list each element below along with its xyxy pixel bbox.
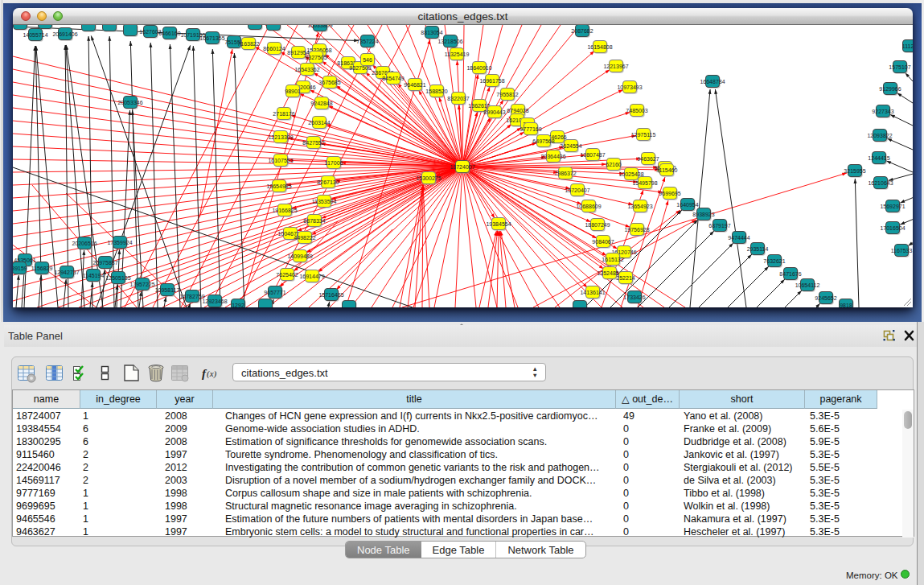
svg-text:12213309: 12213309 bbox=[268, 134, 293, 140]
svg-text:8938923: 8938923 bbox=[692, 212, 714, 217]
svg-text:7485003: 7485003 bbox=[626, 108, 647, 113]
svg-text:1362615: 1362615 bbox=[468, 103, 490, 109]
svg-text:7955812: 7955812 bbox=[496, 92, 518, 97]
svg-text:9657771: 9657771 bbox=[264, 290, 285, 295]
svg-text:6879197: 6879197 bbox=[708, 223, 730, 229]
svg-text:7357224: 7357224 bbox=[356, 39, 378, 44]
svg-text:12975115: 12975115 bbox=[631, 132, 656, 138]
svg-text:3675685: 3675685 bbox=[318, 80, 340, 85]
svg-text:9463627: 9463627 bbox=[637, 156, 659, 162]
svg-text:12213967: 12213967 bbox=[603, 64, 628, 69]
svg-text:14099489: 14099489 bbox=[287, 253, 312, 259]
svg-text:8267130: 8267130 bbox=[317, 179, 339, 185]
svg-text:7163822: 7163822 bbox=[237, 41, 259, 47]
svg-text:10973493: 10973493 bbox=[617, 84, 642, 90]
svg-text:18640910: 18640910 bbox=[466, 65, 491, 71]
svg-text:11125: 11125 bbox=[902, 43, 913, 49]
svg-text:10688609: 10688609 bbox=[576, 204, 601, 209]
svg-text:8454749: 8454749 bbox=[382, 76, 404, 81]
svg-text:15692971: 15692971 bbox=[880, 204, 905, 209]
svg-text:12942737: 12942737 bbox=[54, 270, 79, 275]
svg-text:2603144: 2603144 bbox=[308, 120, 330, 126]
svg-text:20975887: 20975887 bbox=[92, 260, 117, 266]
svg-text:9818: 9818 bbox=[840, 303, 852, 308]
svg-text:11325419: 11325419 bbox=[445, 51, 470, 57]
svg-text:8322037: 8322037 bbox=[447, 96, 469, 101]
svg-text:4498222: 4498222 bbox=[294, 235, 315, 241]
svg-text:11353594: 11353594 bbox=[312, 199, 337, 204]
svg-text:7986372: 7986372 bbox=[554, 171, 576, 176]
svg-text:9245652: 9245652 bbox=[815, 295, 836, 301]
svg-text:1575107: 1575107 bbox=[889, 64, 910, 70]
svg-text:20364436: 20364436 bbox=[540, 154, 565, 159]
svg-text:12093822: 12093822 bbox=[867, 133, 892, 138]
svg-text:10654112: 10654112 bbox=[795, 282, 820, 288]
svg-text:2087682: 2087682 bbox=[571, 28, 593, 34]
svg-text:20691406: 20691406 bbox=[52, 31, 77, 37]
svg-text:19654985: 19654985 bbox=[266, 183, 291, 189]
svg-text:9242848: 9242848 bbox=[310, 101, 332, 106]
svg-text:19166825: 19166825 bbox=[272, 208, 297, 213]
svg-text:9699695: 9699695 bbox=[659, 191, 680, 196]
svg-text:546: 546 bbox=[363, 57, 372, 63]
svg-text:(x): (x) bbox=[207, 369, 217, 379]
svg-text:8660124: 8660124 bbox=[263, 46, 285, 51]
svg-text:16154808: 16154808 bbox=[587, 44, 612, 50]
svg-text:252214: 252214 bbox=[616, 275, 634, 281]
svg-text:12505185: 12505185 bbox=[105, 275, 130, 281]
svg-text:9227343: 9227343 bbox=[872, 109, 893, 114]
svg-text:15716485: 15716485 bbox=[318, 292, 343, 298]
svg-text:9327505: 9327505 bbox=[305, 55, 326, 60]
svg-text:62160: 62160 bbox=[606, 162, 622, 167]
svg-text:1615132: 1615132 bbox=[602, 257, 623, 262]
svg-text:39159: 39159 bbox=[13, 266, 27, 271]
svg-text:16033809: 16033809 bbox=[307, 25, 332, 28]
svg-text:16671355: 16671355 bbox=[199, 35, 224, 41]
svg-text:13218506: 13218506 bbox=[437, 39, 462, 44]
svg-text:9084067: 9084067 bbox=[592, 239, 614, 245]
svg-text:9115460: 9115460 bbox=[656, 167, 678, 173]
svg-text:15300275: 15300275 bbox=[416, 175, 441, 181]
svg-text:15720407: 15720407 bbox=[565, 187, 589, 193]
svg-text:2935114: 2935114 bbox=[747, 246, 769, 252]
svg-text:17016504: 17016504 bbox=[880, 225, 905, 231]
svg-text:3215955: 3215955 bbox=[844, 168, 865, 174]
svg-text:10025438: 10025438 bbox=[618, 171, 643, 177]
svg-text:1244415: 1244415 bbox=[868, 155, 889, 161]
svg-text:9474444: 9474444 bbox=[728, 235, 749, 241]
svg-text:98901: 98901 bbox=[285, 89, 301, 94]
svg-text:1292: 1292 bbox=[232, 303, 244, 308]
svg-text:8471676: 8471676 bbox=[779, 271, 801, 277]
svg-text:18807249: 18807249 bbox=[585, 222, 610, 228]
svg-text:17957225: 17957225 bbox=[129, 282, 154, 287]
svg-text:9777169: 9777169 bbox=[519, 126, 541, 132]
svg-text:16648784: 16648784 bbox=[700, 79, 725, 84]
svg-text:1733426: 1733426 bbox=[623, 295, 645, 300]
svg-text:8990443: 8990443 bbox=[483, 109, 505, 115]
svg-text:1588520: 1588520 bbox=[425, 89, 447, 94]
svg-text:16914479: 16914479 bbox=[299, 274, 324, 279]
svg-text:16107553: 16107553 bbox=[268, 158, 293, 163]
svg-text:13654923: 13654923 bbox=[627, 204, 652, 209]
svg-text:117006: 117006 bbox=[325, 160, 343, 166]
svg-text:16210643: 16210643 bbox=[868, 180, 893, 186]
svg-text:20053346: 20053346 bbox=[117, 100, 142, 105]
svg-text:6794028: 6794028 bbox=[507, 108, 528, 113]
svg-text:3624554: 3624554 bbox=[560, 143, 581, 149]
svg-text:12923468: 12923468 bbox=[202, 299, 227, 304]
svg-text:20206516: 20206516 bbox=[72, 241, 97, 246]
svg-text:16961758: 16961758 bbox=[479, 78, 504, 84]
svg-text:14055714: 14055714 bbox=[23, 32, 47, 38]
svg-text:18724007: 18724007 bbox=[450, 164, 474, 170]
svg-text:16543362: 16543362 bbox=[294, 67, 319, 72]
svg-text:6466160: 6466160 bbox=[158, 31, 180, 36]
svg-text:7625402: 7625402 bbox=[276, 272, 298, 278]
svg-text:19384554: 19384554 bbox=[486, 221, 511, 227]
svg-text:1640954: 1640954 bbox=[676, 202, 698, 208]
svg-text:17359924: 17359924 bbox=[107, 240, 132, 245]
svg-text:8813054: 8813054 bbox=[421, 30, 442, 35]
svg-text:9646821: 9646821 bbox=[404, 82, 425, 88]
svg-text:7632621: 7632621 bbox=[763, 258, 785, 264]
svg-text:16782759: 16782759 bbox=[179, 294, 204, 299]
svg-text:8427552: 8427552 bbox=[302, 140, 324, 146]
